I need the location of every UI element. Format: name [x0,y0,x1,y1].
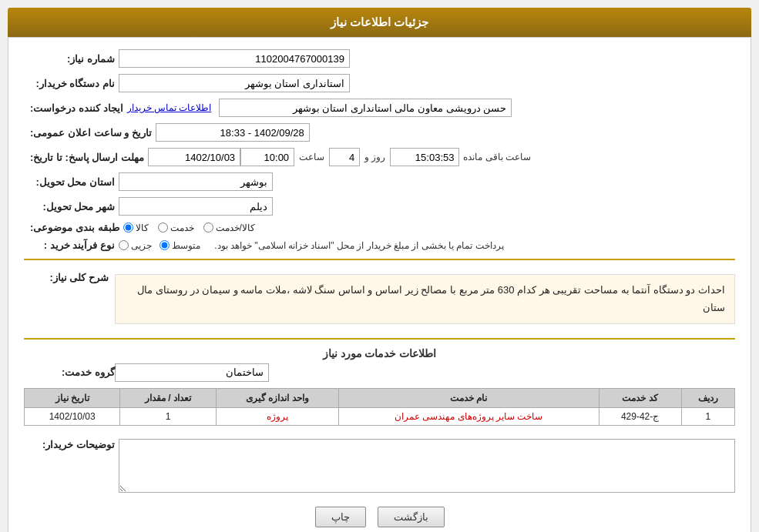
need-description-text: احداث دو دستگاه آنتما به مساحت تقریبی هر… [115,274,735,324]
days-label: روز و [364,152,385,162]
buyer-description-textarea[interactable] [119,439,735,493]
delivery-city-input[interactable] [119,197,273,216]
delivery-city-label: شهر محل تحویل: [30,201,115,212]
cell-service-code: ج-42-429 [599,407,681,425]
need-description-box: احداث دو دستگاه آنتما به مساحت تقریبی هر… [115,268,735,330]
group-service-input[interactable] [115,363,269,382]
requester-input[interactable] [219,99,512,117]
buyer-description-content [119,435,735,495]
back-button[interactable]: بازگشت [378,507,445,527]
category-khidmat[interactable]: خدمت [158,223,194,233]
buyer-org-input[interactable] [119,74,350,92]
cell-row-num: 1 [681,407,734,425]
remaining-time-input[interactable] [390,148,459,166]
section-divider-1 [24,259,735,260]
need-number-input[interactable] [119,49,350,68]
purchase-type-content: پرداخت تمام یا بخشی از مبلغ خریدار از مح… [119,240,504,251]
category-kala[interactable]: کالا [123,223,149,233]
col-quantity: تعداد / مقدار [120,388,216,407]
delivery-province-label: استان محل تحویل: [30,176,115,188]
col-row-num: ردیف [681,388,734,407]
page-title: جزئیات اطلاعات نیاز [331,15,428,28]
category-label: طبقه بندی موضوعی: [30,222,119,233]
delivery-province-input[interactable] [119,172,273,191]
services-table: ردیف کد خدمت نام خدمت واحد اندازه گیری ت… [24,388,735,426]
requester-label: ایجاد کننده درخواست: [30,102,123,114]
response-days-input[interactable] [329,148,360,166]
cell-unit: پروژه [216,407,338,425]
time-label: ساعت [299,152,324,162]
buyer-org-label: نام دستگاه خریدار: [30,78,115,89]
services-section-title: اطلاعات خدمات مورد نیاز [24,347,735,360]
col-service-name: نام خدمت [338,388,599,407]
col-unit: واحد اندازه گیری [216,388,338,407]
purchase-type-partial[interactable]: جزیی [119,240,152,251]
contact-info-link[interactable]: اطلاعات تماس خریدار [127,102,212,113]
col-date: تاریخ نیاز [25,388,120,407]
response-date-input[interactable] [148,148,240,166]
cell-quantity: 1 [120,407,216,425]
need-description-label: شرح کلی نیاز: [24,268,109,283]
purchase-type-medium[interactable]: متوسط [160,240,200,251]
response-time-input[interactable] [240,148,294,166]
cell-service-name: ساخت سایر پروژه‌های مهندسی عمران [338,407,599,425]
page-header: جزئیات اطلاعات نیاز [8,8,751,37]
need-number-label: شماره نیاز: [30,53,115,65]
response-deadline-label: مهلت ارسال پاسخ: تا تاریخ: [30,152,144,163]
remaining-time-label: ساعت باقی مانده [463,152,531,162]
category-radio-group: کالا/خدمت خدمت کالا [123,223,255,233]
announcement-date-input[interactable] [156,123,310,142]
cell-date: 1402/10/03 [25,407,120,425]
print-button[interactable]: چاپ [315,507,366,527]
col-service-code: کد خدمت [599,388,681,407]
announcement-date-label: تاریخ و ساعت اعلان عمومی: [30,127,152,139]
table-row: 1 ج-42-429 ساخت سایر پروژه‌های مهندسی عم… [25,407,735,425]
group-label: گروه خدمت: [30,366,115,378]
category-kala-khidmat[interactable]: کالا/خدمت [203,223,255,233]
purchase-type-text: پرداخت تمام یا بخشی از مبلغ خریدار از مح… [214,240,503,251]
purchase-type-label: نوع فرآیند خرید : [30,239,115,251]
buyer-description-label: توضیحات خریدار: [30,435,115,450]
footer-buttons: بازگشت چاپ [24,507,735,532]
section-divider-2 [24,338,735,340]
